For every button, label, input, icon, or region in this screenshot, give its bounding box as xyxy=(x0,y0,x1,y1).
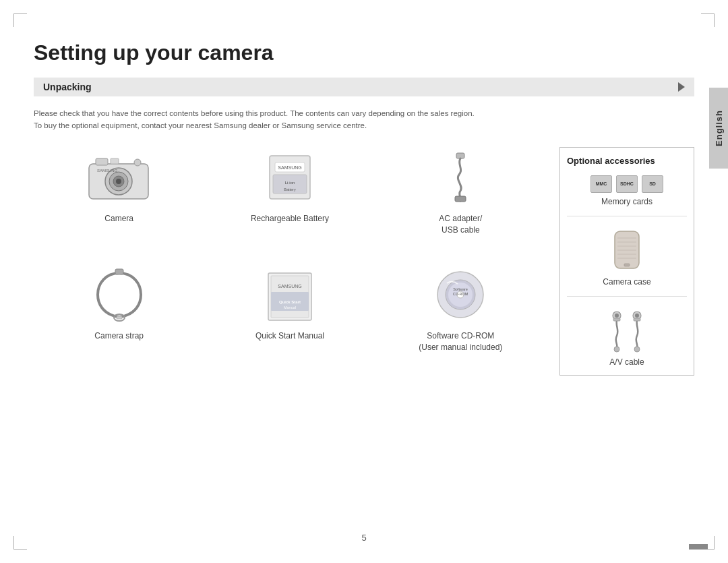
item-cd-rom: Software CD-ROM Software CD-ROM(User man… xyxy=(375,264,546,376)
cd-rom-icon: Software CD-ROM xyxy=(423,264,497,325)
memory-cards-label: Memory cards xyxy=(601,197,653,206)
svg-point-43 xyxy=(635,314,639,318)
battery-icon: SAMSUNG Li-ion Battery xyxy=(253,147,327,208)
svg-point-7 xyxy=(134,159,141,166)
section-header: Unpacking xyxy=(34,78,694,96)
battery-label: Rechargeable Battery xyxy=(251,213,329,225)
ac-adapter-label: AC adapter/USB cable xyxy=(439,213,482,236)
camera-icon: SAMSUNG xyxy=(82,147,156,208)
arrow-right-icon xyxy=(678,82,685,92)
svg-rect-39 xyxy=(624,264,630,266)
cd-rom-label: Software CD-ROM(User manual included) xyxy=(419,330,502,353)
svg-text:Quick Start: Quick Start xyxy=(279,300,301,304)
sdhc-card: SDHC xyxy=(616,175,638,193)
svg-point-41 xyxy=(615,314,619,318)
optional-item-camera-case: Camera case xyxy=(567,226,687,287)
quick-start-icon: SAMSUNG Quick Start Manual xyxy=(253,264,327,325)
optional-item-av-cable: A/V cable xyxy=(567,306,687,367)
camera-case-icon xyxy=(607,226,647,273)
sd-card: SD xyxy=(642,175,663,193)
camera-strap-icon xyxy=(82,264,156,325)
optional-item-memory-cards: MMC SDHC SD Memory cards xyxy=(567,175,687,206)
svg-text:SAMSUNG: SAMSUNG xyxy=(97,169,118,173)
svg-text:Manual: Manual xyxy=(284,305,296,309)
item-camera-strap: Camera strap xyxy=(34,264,204,376)
svg-rect-46 xyxy=(613,318,620,321)
ac-adapter-icon xyxy=(423,147,497,208)
corner-mark-tl xyxy=(13,13,27,27)
corner-mark-bl xyxy=(13,536,27,550)
main-content: Setting up your camera Unpacking Please … xyxy=(34,27,694,376)
camera-strap-label: Camera strap xyxy=(94,330,144,342)
optional-panel: Optional accessories MMC SDHC SD Memory … xyxy=(559,147,694,376)
svg-text:CD-ROM: CD-ROM xyxy=(453,292,468,296)
divider-1 xyxy=(567,216,687,216)
mmc-card: MMC xyxy=(590,175,612,193)
camera-case-label: Camera case xyxy=(603,277,650,287)
divider-2 xyxy=(567,296,687,297)
item-quick-start: SAMSUNG Quick Start Manual Quick Start M… xyxy=(204,264,375,376)
language-tab: English xyxy=(709,88,728,169)
memory-cards-row: MMC SDHC SD xyxy=(590,175,663,193)
page-number-bar xyxy=(689,544,708,550)
svg-rect-16 xyxy=(455,196,466,202)
item-battery: SAMSUNG Li-ion Battery Rechargeable Batt… xyxy=(204,147,375,258)
svg-rect-32 xyxy=(615,231,639,268)
svg-rect-17 xyxy=(115,269,123,274)
svg-point-45 xyxy=(634,347,640,352)
av-cable-label: A/V cable xyxy=(609,357,644,367)
section-title: Unpacking xyxy=(43,82,92,92)
optional-title: Optional accessories xyxy=(567,156,655,166)
items-area: SAMSUNG Camera SAMSUNG xyxy=(34,147,694,376)
svg-point-44 xyxy=(614,347,619,352)
camera-label: Camera xyxy=(104,213,133,225)
language-tab-text: English xyxy=(714,110,724,146)
page-number: 5 xyxy=(361,533,366,543)
description-text: Please check that you have the correct c… xyxy=(34,107,492,132)
av-cable-icon xyxy=(603,306,650,353)
item-camera: SAMSUNG Camera xyxy=(34,147,204,258)
svg-text:Software: Software xyxy=(453,287,468,291)
svg-text:SAMSUNG: SAMSUNG xyxy=(278,165,301,170)
svg-point-4 xyxy=(116,179,121,184)
item-ac-adapter: AC adapter/USB cable xyxy=(375,147,546,258)
main-items-grid: SAMSUNG Camera SAMSUNG xyxy=(34,147,546,376)
page-title: Setting up your camera xyxy=(34,40,694,65)
quick-start-label: Quick Start Manual xyxy=(255,330,324,342)
svg-text:Li-ion: Li-ion xyxy=(285,181,295,185)
svg-rect-19 xyxy=(117,316,122,319)
corner-mark-tr xyxy=(701,13,715,27)
svg-rect-5 xyxy=(96,158,108,165)
svg-rect-47 xyxy=(634,318,640,321)
svg-text:SAMSUNG: SAMSUNG xyxy=(278,284,301,289)
svg-text:Battery: Battery xyxy=(284,187,296,191)
page: English 5 Setting up your camera Unpacki… xyxy=(0,0,728,563)
svg-rect-6 xyxy=(111,158,119,164)
